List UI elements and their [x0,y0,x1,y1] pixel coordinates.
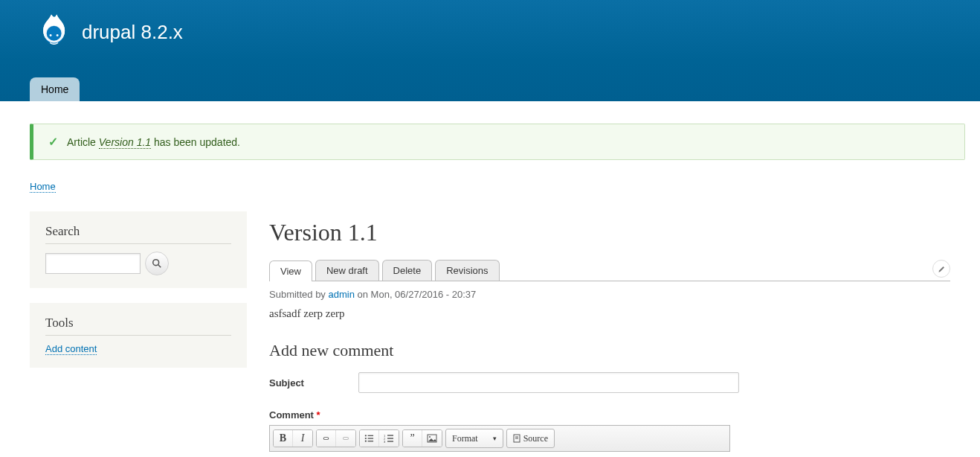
svg-point-10 [365,441,367,442]
site-branding: drupal 8.2.x [30,0,950,54]
subject-label: Subject [269,377,358,389]
svg-point-6 [365,435,367,436]
comment-label-row: Comment * [269,409,950,421]
status-link[interactable]: Version 1.1 [99,136,151,149]
svg-rect-7 [368,435,373,436]
magnifier-icon [152,258,162,269]
breadcrumb: Home [30,181,965,192]
submitted-prefix: Submitted by [269,289,329,300]
tab-revisions[interactable]: Revisions [435,260,499,281]
check-icon: ✓ [48,135,58,149]
search-block: Search [30,211,247,288]
italic-button[interactable]: I [293,430,312,447]
source-icon [513,434,520,443]
svg-rect-13 [387,435,393,435]
svg-text:3: 3 [384,440,386,443]
local-tasks: View New draft Delete Revisions [269,260,500,281]
tab-view[interactable]: View [269,261,312,281]
svg-point-2 [50,34,52,36]
image-icon [427,434,437,443]
site-name[interactable]: drupal 8.2.x [82,21,183,44]
numbered-list-button[interactable]: 1 2 3 [379,430,399,447]
format-label: Format [452,433,478,444]
tools-block-title: Tools [45,316,231,336]
status-suffix: has been updated. [151,136,240,148]
author-link[interactable]: admin [329,289,355,300]
search-button[interactable] [145,252,169,275]
site-header: drupal 8.2.x Home [0,0,980,101]
svg-point-1 [47,26,62,41]
svg-rect-15 [387,438,393,438]
chevron-down-icon: ▾ [493,435,497,442]
format-dropdown[interactable]: Format ▾ [445,429,503,448]
site-logo-icon[interactable] [30,10,73,54]
link-button[interactable] [317,430,336,447]
add-comment-heading: Add new comment [269,341,950,360]
pencil-icon [938,265,946,273]
bold-button[interactable]: B [274,430,293,447]
required-marker: * [317,409,320,421]
submitted-suffix: on Mon, 06/27/2016 - 20:37 [355,289,476,300]
subject-row: Subject [269,372,950,393]
editor-group-block: ” [402,429,442,447]
svg-point-4 [153,260,159,266]
svg-point-8 [365,438,367,439]
comment-label: Comment * [269,409,358,421]
page-title: Version 1.1 [269,219,950,246]
blockquote-button[interactable]: ” [403,430,422,447]
svg-point-3 [57,34,59,36]
comment-editor[interactable]: B I [269,425,730,452]
menu-home[interactable]: Home [30,77,80,101]
submitted-info: Submitted by admin on Mon, 06/27/2016 - … [269,289,950,300]
svg-rect-9 [368,438,373,438]
unlink-button[interactable] [336,430,355,447]
search-input[interactable] [45,253,141,274]
source-label: Source [523,433,548,444]
search-block-title: Search [45,224,231,244]
svg-line-5 [158,265,161,268]
subject-input[interactable] [358,372,739,393]
image-button[interactable] [422,430,442,447]
main-menu: Home [30,77,80,101]
node-body: asfsadf zerp zerp [269,307,950,320]
editor-group-links [316,429,356,447]
sidebar: Search Tools Add content [30,211,247,383]
unlink-icon [341,435,351,442]
editor-group-lists: 1 2 3 [359,429,399,447]
tab-delete[interactable]: Delete [382,260,433,281]
svg-rect-17 [387,441,393,441]
tab-new-draft[interactable]: New draft [315,260,379,281]
add-content-link[interactable]: Add content [45,343,97,355]
status-message: ✓ Article Version 1.1 has been updated. [30,124,965,160]
editor-group-textstyle: B I [273,429,313,447]
status-prefix: Article [67,136,99,148]
breadcrumb-home[interactable]: Home [30,181,56,193]
source-button[interactable]: Source [506,429,555,448]
editor-toolbar: B I [270,426,729,451]
svg-point-19 [429,436,431,438]
link-icon [321,435,331,442]
numbered-list-icon: 1 2 3 [384,434,394,443]
main-content: Version 1.1 View New draft Delete Revisi… [269,211,965,452]
bulleted-list-button[interactable] [360,430,379,447]
contextual-edit-button[interactable] [932,260,950,278]
tabs-wrapper: View New draft Delete Revisions [269,260,950,281]
comment-label-text: Comment [269,409,314,421]
svg-rect-11 [368,441,373,441]
bulleted-list-icon [364,434,374,443]
tools-block: Tools Add content [30,303,247,368]
